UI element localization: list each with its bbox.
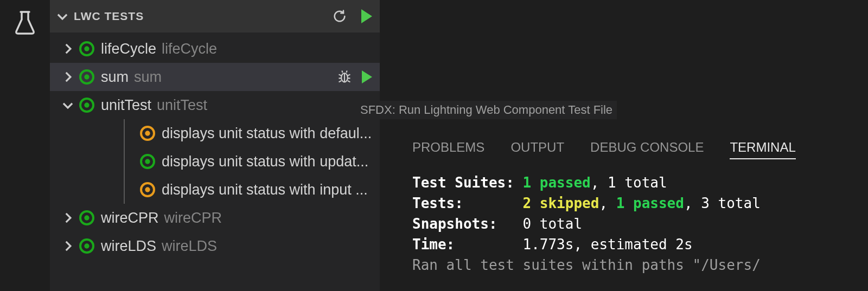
panel-tabs: PROBLEMS OUTPUT DEBUG CONSOLE TERMINAL	[380, 129, 868, 159]
tree-item-sum[interactable]: sum sum	[50, 63, 380, 91]
status-skip-icon	[139, 181, 156, 198]
status-pass-icon	[139, 153, 156, 170]
item-label: unitTest	[101, 97, 151, 114]
test-case[interactable]: displays unit status with defaul...	[50, 119, 380, 147]
item-sublabel: wireCPR	[164, 210, 222, 227]
status-pass-icon	[78, 68, 95, 86]
svg-point-3	[84, 74, 89, 79]
tab-output[interactable]: OUTPUT	[510, 137, 564, 159]
flask-icon[interactable]	[12, 10, 38, 36]
test-tree: lifeCycle lifeCycle sum sum unitTest uni…	[50, 33, 380, 260]
tooltip: SFDX: Run Lightning Web Component Test F…	[356, 101, 617, 119]
item-label: lifeCycle	[101, 41, 156, 57]
svg-point-6	[84, 102, 89, 107]
tab-debug-console[interactable]: DEBUG CONSOLE	[590, 137, 704, 159]
svg-point-14	[84, 215, 89, 220]
chevron-down-icon	[61, 98, 75, 112]
editor-area: SFDX: Run Lightning Web Component Test F…	[380, 0, 868, 291]
run-button[interactable]	[362, 70, 372, 83]
test-case[interactable]: displays unit status with updat...	[50, 147, 380, 176]
svg-point-8	[145, 131, 150, 135]
chevron-right-icon	[61, 42, 75, 56]
bottom-panel: PROBLEMS OUTPUT DEBUG CONSOLE TERMINAL T…	[380, 129, 868, 291]
test-case-label: displays unit status with input ...	[162, 182, 368, 198]
status-skip-icon	[139, 125, 156, 142]
chevron-right-icon	[61, 239, 75, 253]
item-sublabel: unitTest	[157, 97, 207, 114]
svg-point-1	[84, 46, 89, 51]
section-title: LWC TESTS	[74, 10, 332, 23]
tree-item-lifecycle[interactable]: lifeCycle lifeCycle	[50, 35, 380, 63]
svg-point-10	[145, 159, 150, 164]
test-case-label: displays unit status with defaul...	[162, 125, 372, 142]
test-case-label: displays unit status with updat...	[162, 153, 368, 170]
item-label: sum	[101, 69, 129, 86]
item-sublabel: wireLDS	[162, 238, 217, 255]
refresh-icon[interactable]	[332, 9, 347, 24]
section-header[interactable]: LWC TESTS	[50, 0, 380, 33]
svg-point-12	[145, 187, 150, 192]
run-all-button[interactable]	[361, 9, 372, 23]
test-explorer-sidebar: LWC TESTS lifeCycle lifeCycle sum sum	[50, 0, 380, 291]
chevron-right-icon	[61, 70, 75, 84]
test-case[interactable]: displays unit status with input ...	[50, 176, 380, 204]
chevron-down-icon	[55, 9, 69, 23]
item-label: wireCPR	[101, 210, 159, 227]
item-sublabel: sum	[134, 69, 162, 86]
tab-terminal[interactable]: TERMINAL	[730, 137, 795, 159]
item-label: wireLDS	[101, 238, 156, 255]
status-pass-icon	[78, 96, 95, 114]
debug-icon[interactable]	[337, 69, 352, 85]
terminal-output[interactable]: Test Suites: 1 passed, 1 total Tests: 2 …	[380, 159, 868, 275]
status-pass-icon	[78, 40, 95, 57]
svg-point-16	[84, 243, 89, 248]
status-pass-icon	[78, 237, 95, 255]
tree-item-wirelds[interactable]: wireLDS wireLDS	[50, 232, 380, 260]
tree-item-unittest[interactable]: unitTest unitTest	[50, 91, 380, 119]
activity-bar	[0, 0, 50, 291]
tree-item-wirecpr[interactable]: wireCPR wireCPR	[50, 204, 380, 232]
tab-problems[interactable]: PROBLEMS	[412, 137, 484, 159]
chevron-right-icon	[61, 211, 75, 225]
status-pass-icon	[78, 209, 95, 227]
item-sublabel: lifeCycle	[162, 41, 217, 57]
